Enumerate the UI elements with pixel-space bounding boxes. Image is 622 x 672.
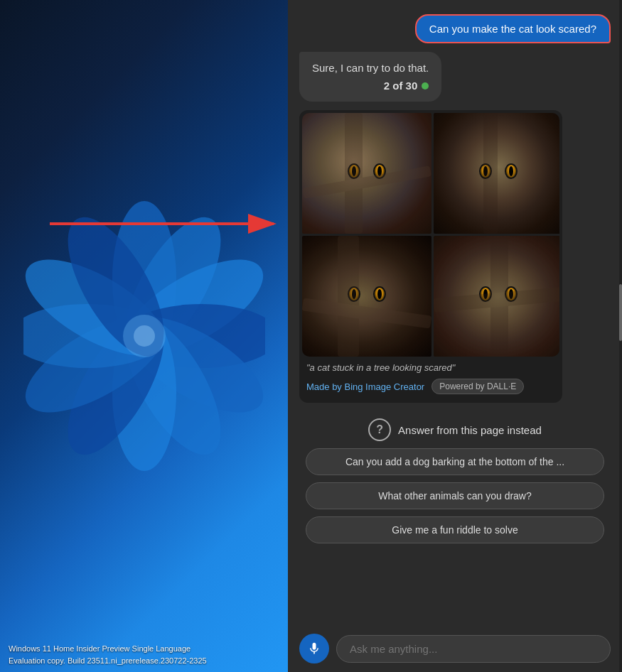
cat-image-3[interactable] (302, 236, 431, 357)
message-counter: 2 of 30 (384, 80, 418, 92)
svg-rect-18 (483, 113, 498, 234)
svg-rect-17 (302, 166, 431, 198)
dalle-badge: Powered by DALL·E (431, 379, 524, 394)
red-arrow (21, 210, 284, 238)
cat-image-4[interactable] (434, 236, 559, 357)
suggestion-chip-2[interactable]: What other animals can you draw? (306, 482, 604, 509)
cat-image-1[interactable] (302, 113, 431, 234)
image-caption-text: "a cat stuck in a tree looking scared" (306, 362, 455, 373)
desktop-background: Windows 11 Home Insider Preview Single L… (0, 0, 288, 672)
question-icon: ? (368, 418, 391, 441)
mic-icon (307, 641, 321, 656)
scrollbar-thumb[interactable] (619, 284, 622, 341)
cat-image-2[interactable] (434, 113, 559, 234)
made-by-link[interactable]: Made by Bing Image Creator (306, 381, 424, 392)
chat-panel: Can you make the cat look scared? Sure, … (288, 0, 622, 672)
answer-from-page-row[interactable]: ? Answer from this page instead (368, 418, 542, 441)
chat-input[interactable] (336, 635, 611, 663)
svg-rect-16 (345, 113, 363, 234)
cat-image-grid (302, 113, 559, 357)
mic-button[interactable] (299, 634, 329, 663)
answer-from-page-text: Answer from this page instead (398, 424, 542, 436)
user-message-bubble: Can you make the cat look scared? (415, 14, 611, 43)
suggestion-chip-3[interactable]: Give me a fun riddle to solve (306, 516, 604, 543)
chat-input-bar (288, 625, 622, 672)
image-caption: "a cat stuck in a tree looking scared" (302, 357, 559, 376)
suggestion-chip-1[interactable]: Can you add a dog barking at the bottom … (306, 448, 604, 475)
svg-point-13 (134, 325, 155, 347)
chat-content[interactable]: Can you make the cat look scared? Sure, … (288, 0, 622, 625)
scrollbar-track (619, 0, 622, 672)
bot-response-bubble: Sure, I can try to do that. 2 of 30 (299, 52, 441, 102)
user-message-text: Can you make the cat look scared? (429, 23, 596, 35)
green-status-dot (422, 82, 429, 90)
svg-rect-20 (302, 298, 431, 328)
suggestions-section: ? Answer from this page instead Can you … (299, 411, 611, 547)
image-meta: Made by Bing Image Creator Powered by DA… (302, 376, 559, 400)
bot-response-text: Sure, I can try to do that. (312, 62, 429, 74)
svg-rect-19 (338, 236, 359, 357)
taskbar-info: Windows 11 Home Insider Preview Single L… (9, 643, 207, 666)
image-grid-container: "a cat stuck in a tree looking scared" M… (299, 110, 562, 403)
